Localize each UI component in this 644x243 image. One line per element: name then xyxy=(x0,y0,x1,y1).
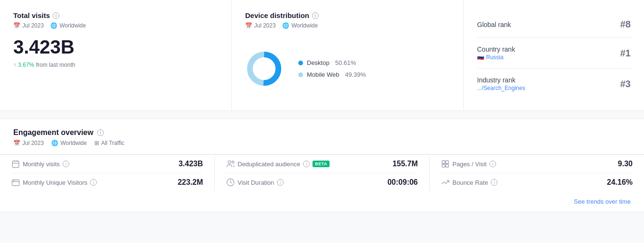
svg-rect-14 xyxy=(442,164,445,167)
device-distribution-card: Device distribution i 📅 Jul 2023 🌐 World… xyxy=(232,0,464,110)
unique-visitors-icon xyxy=(11,178,20,187)
visit-duration-value: 00:09:06 xyxy=(387,178,418,187)
global-rank-label-group: Global rank xyxy=(477,21,511,28)
country-rank-value: #1 xyxy=(620,48,631,59)
rank-card: Global rank #8 Country rank 🇷🇺 Russia #1… xyxy=(464,0,644,110)
dedup-audience-label: Deduplicated audience xyxy=(238,161,300,168)
svg-rect-12 xyxy=(442,161,445,163)
calendar-icon-3: 📅 xyxy=(13,140,20,146)
total-visits-meta: 📅 Jul 2023 🌐 Worldwide xyxy=(13,22,218,29)
device-scope: 🌐 Worldwide xyxy=(282,22,318,29)
globe-icon-3: 🌐 xyxy=(51,140,58,146)
bottom-section: Engagement overview i 📅 Jul 2023 🌐 World… xyxy=(0,118,644,212)
donut-chart xyxy=(245,50,283,88)
visit-duration-row: Visit Duration i 00:09:06 xyxy=(226,173,418,191)
total-visits-growth: ↑ 3.67% from last month xyxy=(13,62,218,68)
global-rank-label: Global rank xyxy=(477,21,511,28)
monthly-visits-row: Monthly visits i 3.423B xyxy=(11,155,203,173)
beta-badge: BETA xyxy=(313,161,330,167)
engagement-title: Engagement overview i xyxy=(13,128,631,137)
footer-link[interactable]: See trends over time xyxy=(0,191,644,212)
bounce-rate-label-group: Bounce Rate i xyxy=(441,178,497,187)
total-visits-info-icon[interactable]: i xyxy=(53,12,59,19)
desktop-value: 50.61% xyxy=(335,59,356,66)
metrics-col-2: Deduplicated audience i BETA 155.7M Visi… xyxy=(215,155,430,191)
bounce-rate-icon xyxy=(441,178,450,187)
engagement-period: 📅 Jul 2023 xyxy=(13,140,44,146)
metrics-wrapper: Monthly visits i 3.423B Monthly Unique V… xyxy=(0,154,644,191)
svg-rect-6 xyxy=(12,180,19,186)
metrics-col-1: Monthly visits i 3.423B Monthly Unique V… xyxy=(0,155,215,191)
device-distribution-meta: 📅 Jul 2023 🌐 Worldwide xyxy=(245,22,450,29)
device-distribution-title: Device distribution i xyxy=(245,11,450,19)
calendar-metric-icon xyxy=(11,160,20,168)
dedup-audience-value: 155.7M xyxy=(393,160,418,168)
audience-icon xyxy=(226,160,235,168)
svg-point-9 xyxy=(228,161,231,163)
monthly-visits-value: 3.423B xyxy=(178,160,203,168)
engagement-scope: 🌐 Worldwide xyxy=(51,140,87,146)
total-visits-card: Total visits i 📅 Jul 2023 🌐 Worldwide 3.… xyxy=(0,0,232,110)
calendar-icon: 📅 xyxy=(13,22,20,29)
bounce-rate-value: 24.16% xyxy=(607,178,633,187)
svg-rect-2 xyxy=(12,161,19,168)
mobile-label: Mobile Web xyxy=(307,71,339,78)
visit-duration-label: Visit Duration xyxy=(238,179,274,186)
industry-rank-label: Industry rank xyxy=(477,76,525,84)
calendar-icon-2: 📅 xyxy=(245,22,252,29)
monthly-unique-label: Monthly Unique Visitors xyxy=(23,179,87,186)
dedup-audience-label-group: Deduplicated audience i BETA xyxy=(226,160,330,168)
globe-icon: 🌐 xyxy=(50,22,57,29)
device-period: 📅 Jul 2023 xyxy=(245,22,276,29)
monthly-visits-info-icon[interactable]: i xyxy=(63,161,69,167)
pages-per-visit-value: 9.30 xyxy=(618,160,633,168)
device-legend: Desktop 50.61% Mobile Web 49.39% xyxy=(298,59,366,78)
visit-duration-info-icon[interactable]: i xyxy=(277,179,284,186)
monthly-unique-info-icon[interactable]: i xyxy=(90,179,97,186)
desktop-legend-item: Desktop 50.61% xyxy=(298,59,366,66)
growth-percentage: 3.67% xyxy=(18,62,34,68)
global-rank-value: #8 xyxy=(620,19,631,30)
visit-duration-label-group: Visit Duration i xyxy=(226,178,284,187)
engagement-info-icon[interactable]: i xyxy=(97,129,104,136)
traffic-icon: ⊞ xyxy=(94,140,99,146)
bounce-rate-row: Bounce Rate i 24.16% xyxy=(441,173,633,191)
country-rank-label: Country rank xyxy=(477,45,515,53)
total-visits-scope: 🌐 Worldwide xyxy=(50,22,86,29)
svg-point-10 xyxy=(232,161,234,163)
svg-rect-13 xyxy=(446,161,449,163)
engagement-traffic: ⊞ All Traffic xyxy=(94,140,124,146)
device-info-icon[interactable]: i xyxy=(312,12,319,19)
pages-per-visit-info-icon[interactable]: i xyxy=(489,161,496,167)
svg-rect-15 xyxy=(446,164,449,167)
engagement-header: Engagement overview i 📅 Jul 2023 🌐 World… xyxy=(0,119,644,154)
mobile-legend-item: Mobile Web 49.39% xyxy=(298,71,366,78)
pages-per-visit-row: Pages / Visit i 9.30 xyxy=(441,155,633,173)
total-visits-value: 3.423B xyxy=(13,36,218,58)
pages-icon xyxy=(441,160,450,168)
industry-rank-value: #3 xyxy=(620,79,631,90)
country-rank-label-group: Country rank 🇷🇺 Russia xyxy=(477,45,515,61)
global-rank-row: Global rank #8 xyxy=(477,11,631,38)
monthly-unique-visitors-row: Monthly Unique Visitors i 223.2M xyxy=(11,173,203,191)
dedup-info-icon[interactable]: i xyxy=(303,161,310,167)
dedup-audience-row: Deduplicated audience i BETA 155.7M xyxy=(226,155,418,173)
country-rank-sublabel[interactable]: 🇷🇺 Russia xyxy=(477,54,515,61)
russia-flag-icon: 🇷🇺 xyxy=(477,54,484,61)
country-rank-row: Country rank 🇷🇺 Russia #1 xyxy=(477,38,631,69)
industry-rank-label-group: Industry rank .../Search_Engines xyxy=(477,76,525,91)
total-visits-period: 📅 Jul 2023 xyxy=(13,22,44,29)
clock-icon xyxy=(226,178,235,187)
industry-rank-sublabel[interactable]: .../Search_Engines xyxy=(477,85,525,91)
desktop-label: Desktop xyxy=(307,59,330,66)
bounce-rate-label: Bounce Rate xyxy=(452,179,488,186)
monthly-unique-label-group: Monthly Unique Visitors i xyxy=(11,178,97,187)
growth-arrow-icon: ↑ xyxy=(13,62,16,68)
bounce-rate-info-icon[interactable]: i xyxy=(491,179,497,186)
desktop-dot xyxy=(298,61,303,65)
pages-per-visit-label-group: Pages / Visit i xyxy=(441,160,496,168)
monthly-visits-label: Monthly visits xyxy=(23,161,60,168)
globe-icon-2: 🌐 xyxy=(282,22,289,29)
device-content: Desktop 50.61% Mobile Web 49.39% xyxy=(245,38,450,99)
metrics-col-3: Pages / Visit i 9.30 Bounce Rate i 24.16… xyxy=(430,155,644,191)
